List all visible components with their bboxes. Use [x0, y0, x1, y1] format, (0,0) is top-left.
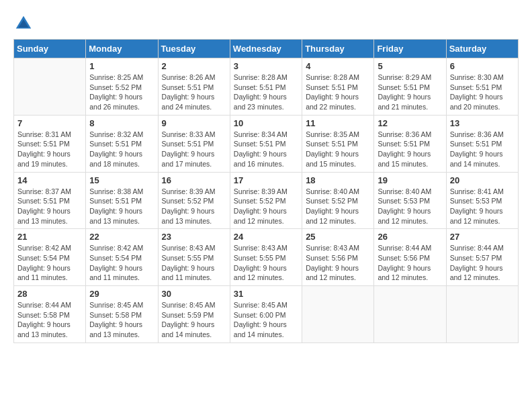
day-number: 28 — [17, 289, 82, 299]
calendar-cell: 12Sunrise: 8:36 AMSunset: 5:51 PMDayligh… — [374, 115, 446, 172]
day-info: Sunrise: 8:28 AMSunset: 5:51 PMDaylight:… — [234, 73, 298, 112]
day-number: 25 — [306, 232, 370, 242]
calendar-cell: 13Sunrise: 8:36 AMSunset: 5:51 PMDayligh… — [446, 115, 518, 172]
header — [13, 13, 519, 34]
day-info: Sunrise: 8:39 AMSunset: 5:52 PMDaylight:… — [162, 187, 226, 226]
weekday-header-monday: Monday — [86, 40, 158, 58]
calendar-cell: 17Sunrise: 8:39 AMSunset: 5:52 PMDayligh… — [230, 172, 302, 229]
day-info: Sunrise: 8:37 AMSunset: 5:51 PMDaylight:… — [17, 187, 82, 226]
day-info: Sunrise: 8:32 AMSunset: 5:51 PMDaylight:… — [89, 130, 154, 169]
day-info: Sunrise: 8:25 AMSunset: 5:52 PMDaylight:… — [89, 73, 154, 112]
day-info: Sunrise: 8:33 AMSunset: 5:51 PMDaylight:… — [162, 130, 226, 169]
day-info: Sunrise: 8:42 AMSunset: 5:54 PMDaylight:… — [89, 243, 154, 283]
day-info: Sunrise: 8:31 AMSunset: 5:51 PMDaylight:… — [17, 130, 82, 169]
calendar-cell: 30Sunrise: 8:45 AMSunset: 5:59 PMDayligh… — [158, 286, 230, 343]
calendar-cell: 27Sunrise: 8:44 AMSunset: 5:57 PMDayligh… — [446, 229, 518, 286]
calendar-cell — [302, 286, 374, 343]
calendar-cell: 25Sunrise: 8:43 AMSunset: 5:56 PMDayligh… — [302, 229, 374, 286]
logo-icon — [13, 13, 34, 34]
day-number: 4 — [306, 61, 370, 71]
calendar-cell: 18Sunrise: 8:40 AMSunset: 5:52 PMDayligh… — [302, 172, 374, 229]
day-number: 30 — [162, 289, 226, 299]
calendar-cell: 9Sunrise: 8:33 AMSunset: 5:51 PMDaylight… — [158, 115, 230, 172]
day-info: Sunrise: 8:45 AMSunset: 5:58 PMDaylight:… — [89, 300, 154, 340]
day-number: 14 — [17, 175, 82, 185]
day-number: 11 — [306, 118, 370, 128]
calendar-cell: 7Sunrise: 8:31 AMSunset: 5:51 PMDaylight… — [14, 115, 86, 172]
day-info: Sunrise: 8:38 AMSunset: 5:51 PMDaylight:… — [89, 187, 154, 226]
day-info: Sunrise: 8:44 AMSunset: 5:58 PMDaylight:… — [17, 300, 82, 340]
day-info: Sunrise: 8:26 AMSunset: 5:51 PMDaylight:… — [162, 73, 226, 112]
calendar-header: SundayMondayTuesdayWednesdayThursdayFrid… — [14, 40, 519, 58]
calendar-week-1: 1Sunrise: 8:25 AMSunset: 5:52 PMDaylight… — [14, 58, 519, 116]
calendar-cell: 22Sunrise: 8:42 AMSunset: 5:54 PMDayligh… — [86, 229, 158, 286]
calendar-cell: 10Sunrise: 8:34 AMSunset: 5:51 PMDayligh… — [230, 115, 302, 172]
day-number: 21 — [17, 232, 82, 242]
calendar-cell — [374, 286, 446, 343]
calendar-cell: 5Sunrise: 8:29 AMSunset: 5:51 PMDaylight… — [374, 58, 446, 116]
day-number: 19 — [378, 175, 442, 185]
calendar-week-4: 21Sunrise: 8:42 AMSunset: 5:54 PMDayligh… — [14, 229, 519, 286]
day-number: 18 — [306, 175, 370, 185]
day-number: 8 — [89, 118, 154, 128]
day-number: 26 — [378, 232, 442, 242]
calendar-cell: 2Sunrise: 8:26 AMSunset: 5:51 PMDaylight… — [158, 58, 230, 116]
calendar-week-3: 14Sunrise: 8:37 AMSunset: 5:51 PMDayligh… — [14, 172, 519, 229]
day-info: Sunrise: 8:30 AMSunset: 5:51 PMDaylight:… — [450, 73, 515, 112]
calendar-cell: 3Sunrise: 8:28 AMSunset: 5:51 PMDaylight… — [230, 58, 302, 116]
calendar-table: SundayMondayTuesdayWednesdayThursdayFrid… — [13, 39, 519, 343]
day-number: 20 — [450, 175, 515, 185]
day-info: Sunrise: 8:43 AMSunset: 5:56 PMDaylight:… — [306, 243, 370, 283]
calendar-cell: 15Sunrise: 8:38 AMSunset: 5:51 PMDayligh… — [86, 172, 158, 229]
calendar-cell: 6Sunrise: 8:30 AMSunset: 5:51 PMDaylight… — [446, 58, 518, 116]
weekday-header-sunday: Sunday — [14, 40, 86, 58]
calendar-cell: 21Sunrise: 8:42 AMSunset: 5:54 PMDayligh… — [14, 229, 86, 286]
weekday-header-saturday: Saturday — [446, 40, 518, 58]
calendar-cell: 31Sunrise: 8:45 AMSunset: 6:00 PMDayligh… — [230, 286, 302, 343]
day-info: Sunrise: 8:40 AMSunset: 5:52 PMDaylight:… — [306, 187, 370, 226]
calendar-cell: 20Sunrise: 8:41 AMSunset: 5:53 PMDayligh… — [446, 172, 518, 229]
day-info: Sunrise: 8:41 AMSunset: 5:53 PMDaylight:… — [450, 187, 515, 226]
calendar-week-2: 7Sunrise: 8:31 AMSunset: 5:51 PMDaylight… — [14, 115, 519, 172]
calendar-cell: 19Sunrise: 8:40 AMSunset: 5:53 PMDayligh… — [374, 172, 446, 229]
day-info: Sunrise: 8:36 AMSunset: 5:51 PMDaylight:… — [378, 130, 442, 169]
day-number: 9 — [162, 118, 226, 128]
day-number: 12 — [378, 118, 442, 128]
day-info: Sunrise: 8:45 AMSunset: 6:00 PMDaylight:… — [234, 300, 298, 340]
calendar-cell — [446, 286, 518, 343]
weekday-header-tuesday: Tuesday — [158, 40, 230, 58]
calendar-cell — [14, 58, 86, 116]
day-number: 23 — [162, 232, 226, 242]
calendar-cell: 23Sunrise: 8:43 AMSunset: 5:55 PMDayligh… — [158, 229, 230, 286]
calendar-body: 1Sunrise: 8:25 AMSunset: 5:52 PMDaylight… — [14, 58, 519, 343]
day-number: 6 — [450, 61, 515, 71]
calendar-cell: 8Sunrise: 8:32 AMSunset: 5:51 PMDaylight… — [86, 115, 158, 172]
calendar-cell: 14Sunrise: 8:37 AMSunset: 5:51 PMDayligh… — [14, 172, 86, 229]
calendar-cell: 16Sunrise: 8:39 AMSunset: 5:52 PMDayligh… — [158, 172, 230, 229]
calendar-cell: 28Sunrise: 8:44 AMSunset: 5:58 PMDayligh… — [14, 286, 86, 343]
day-number: 5 — [378, 61, 442, 71]
day-info: Sunrise: 8:45 AMSunset: 5:59 PMDaylight:… — [162, 300, 226, 340]
day-number: 1 — [89, 61, 154, 71]
day-info: Sunrise: 8:36 AMSunset: 5:51 PMDaylight:… — [450, 130, 515, 169]
day-info: Sunrise: 8:42 AMSunset: 5:54 PMDaylight:… — [17, 243, 82, 283]
day-number: 10 — [234, 118, 298, 128]
day-number: 17 — [234, 175, 298, 185]
weekday-header-thursday: Thursday — [302, 40, 374, 58]
day-number: 22 — [89, 232, 154, 242]
weekday-header-row: SundayMondayTuesdayWednesdayThursdayFrid… — [14, 40, 519, 58]
day-info: Sunrise: 8:44 AMSunset: 5:56 PMDaylight:… — [378, 243, 442, 283]
day-number: 13 — [450, 118, 515, 128]
day-info: Sunrise: 8:35 AMSunset: 5:51 PMDaylight:… — [306, 130, 370, 169]
day-number: 16 — [162, 175, 226, 185]
calendar-cell: 24Sunrise: 8:43 AMSunset: 5:55 PMDayligh… — [230, 229, 302, 286]
logo — [13, 13, 36, 34]
calendar-week-5: 28Sunrise: 8:44 AMSunset: 5:58 PMDayligh… — [14, 286, 519, 343]
day-info: Sunrise: 8:29 AMSunset: 5:51 PMDaylight:… — [378, 73, 442, 112]
day-info: Sunrise: 8:40 AMSunset: 5:53 PMDaylight:… — [378, 187, 442, 226]
day-info: Sunrise: 8:43 AMSunset: 5:55 PMDaylight:… — [162, 243, 226, 283]
day-number: 31 — [234, 289, 298, 299]
day-number: 3 — [234, 61, 298, 71]
weekday-header-friday: Friday — [374, 40, 446, 58]
day-number: 29 — [89, 289, 154, 299]
